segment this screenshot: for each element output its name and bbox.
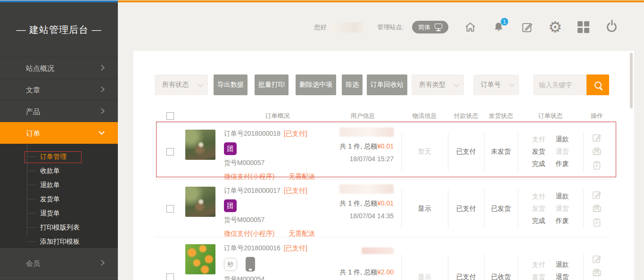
submenu-item-receipts[interactable]: 收款单: [0, 164, 118, 178]
clipboard-icon[interactable]: [592, 160, 602, 171]
payment-status: 已支付: [456, 148, 476, 156]
row-checkbox[interactable]: [166, 148, 174, 156]
status-action-pay[interactable]: 支付: [532, 192, 545, 201]
logout-button[interactable]: [605, 21, 618, 33]
app-title: — 建站管理后台 —: [0, 2, 118, 57]
status-action-ship[interactable]: 发货: [532, 205, 545, 213]
redacted-username: [362, 247, 394, 254]
order-date: 18/07/04 15:27: [324, 155, 394, 163]
status-action-ship[interactable]: 发货: [532, 273, 545, 280]
apps-button[interactable]: [577, 21, 590, 33]
search-field-dropdown[interactable]: 订单号: [473, 74, 519, 95]
filter-button[interactable]: 筛选: [342, 74, 363, 95]
edit-icon[interactable]: [592, 190, 602, 200]
status-action-return[interactable]: 退货: [556, 273, 569, 280]
sidebar-item-products[interactable]: 产品: [0, 100, 118, 122]
sidebar-item-articles[interactable]: 文章: [0, 79, 118, 100]
delivery-method: 无需配送: [289, 173, 315, 180]
row-checkbox[interactable]: [166, 205, 174, 213]
home-icon: [464, 21, 477, 33]
total-label: 共 1 件, 总额: [340, 199, 377, 207]
orders-panel: 所有状态 导出数据 批量打印 删除选中项 筛选 订单回收站 所有类型 订单号 订…: [133, 51, 634, 280]
submenu-label: 发货单: [40, 195, 60, 203]
select-all-checkbox[interactable]: [166, 112, 174, 120]
order-number: 订单号2018000018: [224, 130, 281, 137]
flash-sale-badge: 秒: [224, 258, 237, 271]
status-action-return[interactable]: 退货: [556, 205, 569, 213]
submenu-item-shipments[interactable]: 发货单: [0, 192, 118, 206]
col-logistics: 物流信息: [401, 112, 448, 120]
batch-print-button[interactable]: 批量打印: [255, 74, 289, 95]
row-checkbox[interactable]: [166, 273, 174, 280]
mobile-icon: [246, 257, 255, 272]
status-action-refund[interactable]: 退款: [556, 192, 569, 201]
status-action-pay[interactable]: 支付: [532, 135, 545, 144]
col-order-overview: 订单概况: [185, 112, 324, 120]
submenu-item-order-management[interactable]: 订单管理: [0, 149, 118, 164]
manage-site-label: 管理站点:: [377, 23, 404, 32]
language-switch-button[interactable]: 简体: [412, 21, 448, 33]
scrollbar-thumb[interactable]: [630, 53, 633, 108]
clipboard-icon[interactable]: [592, 217, 602, 228]
shipping-status: 已发货: [491, 205, 511, 213]
sidebar-item-label: 订单: [26, 129, 40, 137]
print-icon[interactable]: [592, 147, 602, 157]
order-number: 订单号2018000016: [224, 244, 281, 252]
order-recycle-bin-button[interactable]: 订单回收站: [367, 74, 407, 95]
redacted-username: [330, 22, 365, 33]
groupbuy-badge: 团: [224, 142, 237, 155]
status-action-ship[interactable]: 发货: [532, 148, 545, 156]
print-icon[interactable]: [592, 268, 602, 278]
redacted-username: [339, 127, 394, 137]
item-number: 货号M000057: [224, 216, 324, 224]
status-action-refund[interactable]: 退款: [556, 135, 569, 144]
product-thumbnail: [185, 244, 215, 274]
sidebar-item-orders[interactable]: 订单: [0, 122, 118, 144]
submenu-item-returns[interactable]: 退货单: [0, 206, 118, 220]
submenu-item-add-print-template[interactable]: 添加打印模板: [0, 234, 118, 248]
payment-status: 已支付: [456, 273, 476, 280]
keyword-search-input[interactable]: [533, 74, 586, 95]
status-action-void[interactable]: 作废: [556, 160, 569, 168]
orders-toolbar: 所有状态 导出数据 批量打印 删除选中项 筛选 订单回收站 所有类型 订单号: [155, 74, 609, 95]
status-action-return[interactable]: 退货: [556, 148, 569, 156]
notifications-button[interactable]: 1: [492, 21, 505, 33]
export-data-button[interactable]: 导出数据: [214, 74, 248, 95]
sidebar-item-members[interactable]: 会员: [0, 248, 118, 278]
logistics-status: 显示: [418, 205, 431, 213]
compose-button[interactable]: [520, 21, 533, 33]
search-icon: [594, 82, 602, 89]
delete-selected-button[interactable]: 删除选中项: [296, 74, 336, 95]
col-payment-status: 付款状态: [448, 112, 484, 120]
chevron-down-icon: [198, 82, 203, 87]
status-action-refund[interactable]: 退款: [556, 261, 569, 269]
status-action-complete[interactable]: 完成: [532, 217, 545, 225]
sidebar-item-site-overview[interactable]: 站点概况: [0, 57, 118, 79]
home-button[interactable]: [464, 21, 477, 33]
settings-button[interactable]: ⚙: [549, 21, 561, 33]
print-icon[interactable]: [592, 204, 602, 214]
notification-badge: 1: [501, 18, 508, 25]
status-filter-dropdown[interactable]: 所有状态: [155, 74, 208, 95]
status-action-complete[interactable]: 完成: [532, 160, 545, 168]
edit-icon[interactable]: [592, 254, 602, 264]
edit-icon[interactable]: [592, 133, 602, 143]
item-number: 货号M000057: [224, 159, 324, 167]
submenu-item-print-templates[interactable]: 打印模版列表: [0, 220, 118, 234]
gear-icon: ⚙: [548, 21, 562, 33]
submenu-label: 打印模版列表: [40, 223, 80, 231]
status-action-void[interactable]: 作废: [556, 217, 569, 225]
search-button[interactable]: [586, 74, 609, 95]
shipping-status: 已收货: [491, 273, 511, 280]
submenu-item-refunds[interactable]: 退款单: [0, 178, 118, 192]
search-field-value: 订单号: [481, 81, 501, 89]
chevron-right-icon: [99, 108, 105, 114]
status-action-pay[interactable]: 支付: [532, 261, 545, 269]
submenu-label: 添加打印模板: [40, 238, 80, 245]
shipping-status: 未发货: [491, 148, 511, 156]
sidebar-accent-strip: [0, 0, 118, 2]
type-filter-dropdown[interactable]: 所有类型: [412, 74, 464, 95]
paid-tag: [已支付]: [284, 187, 307, 194]
pay-method: 微信支付(小程序): [224, 230, 274, 237]
order-amount: ¥0.01: [377, 142, 394, 150]
